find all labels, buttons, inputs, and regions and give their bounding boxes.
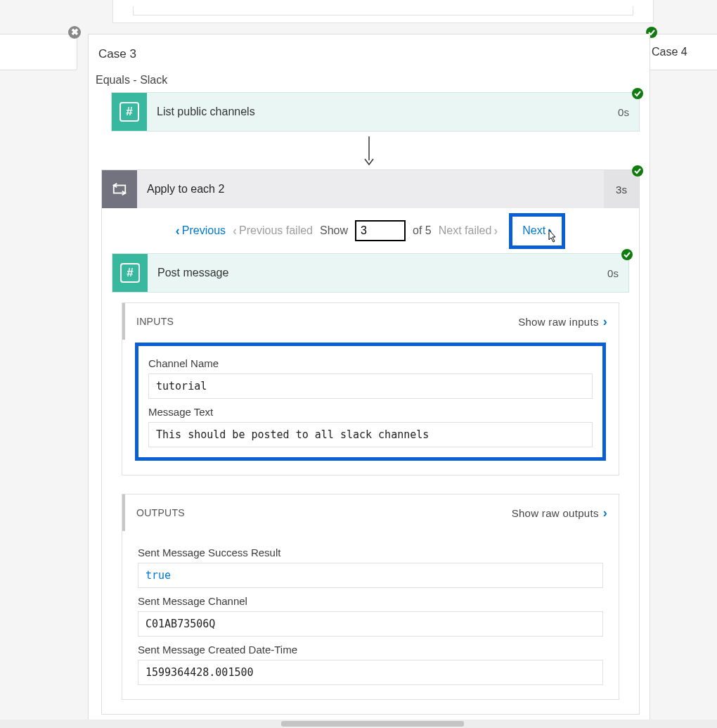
action-post-message[interactable]: # Post message 0s (112, 253, 629, 293)
outputs-section: OUTPUTS Show raw outputs › Sent Message … (122, 494, 619, 700)
previous-case-card-inner (133, 6, 633, 15)
sent-channel-value: C01AB73506Q (138, 611, 603, 637)
outputs-header: OUTPUTS Show raw outputs › (122, 494, 619, 531)
chevron-right-icon: › (603, 506, 607, 521)
sent-channel-label: Sent Message Channel (138, 595, 603, 607)
success-result-value: true (138, 563, 603, 588)
next-button[interactable]: Next › (522, 224, 552, 238)
action-label: Post message (148, 254, 598, 292)
loop-duration: 3s (604, 170, 639, 208)
scrollbar-thumb[interactable] (281, 721, 464, 727)
case-title: Case 3 (89, 47, 650, 70)
show-label: Show (320, 224, 348, 237)
created-time-value: 1599364428.001500 (138, 660, 603, 685)
inputs-section: INPUTS Show raw inputs › Channel Name tu… (122, 302, 619, 475)
raw-outputs-label: Show raw outputs (512, 507, 599, 519)
loop-apply-to-each: Apply to each 2 3s ‹ Previous ‹ Previous… (101, 170, 640, 715)
side-tab-left[interactable] (0, 34, 77, 70)
raw-inputs-label: Show raw inputs (518, 316, 599, 328)
side-tab-right-label: Case 4 (652, 46, 687, 58)
next-failed-label: Next failed (439, 224, 492, 237)
chevron-right-icon: › (603, 314, 607, 329)
previous-failed-button[interactable]: ‹ Previous failed (233, 224, 313, 238)
loop-header[interactable]: Apply to each 2 3s (102, 170, 639, 208)
previous-failed-label: Previous failed (239, 224, 313, 237)
chevron-right-icon: › (548, 224, 552, 238)
chevron-right-icon: › (493, 224, 498, 238)
side-tab-case4[interactable]: Case 4 (640, 34, 717, 70)
success-check-icon (621, 249, 633, 260)
previous-button[interactable]: ‹ Previous (176, 224, 226, 238)
success-check-icon (632, 88, 643, 99)
horizontal-scrollbar[interactable] (0, 720, 717, 728)
message-text-value: This should be posted to all slack chann… (148, 422, 593, 447)
outputs-title: OUTPUTS (136, 507, 185, 518)
iteration-pager: ‹ Previous ‹ Previous failed Show of 5 N… (102, 208, 639, 253)
previous-label: Previous (182, 224, 226, 237)
inputs-header: INPUTS Show raw inputs › (122, 303, 619, 340)
inputs-highlight: Channel Name tutorial Message Text This … (135, 343, 606, 461)
show-raw-inputs-button[interactable]: Show raw inputs › (518, 314, 607, 329)
chevron-left-icon: ‹ (176, 224, 180, 238)
slack-icon: # (112, 93, 147, 131)
action-label: List public channels (147, 93, 608, 131)
slack-icon: # (112, 254, 148, 292)
case-panel: Case 3 Equals - Slack # List public chan… (88, 34, 650, 728)
message-text-label: Message Text (148, 406, 593, 418)
inputs-title: INPUTS (136, 316, 174, 327)
arrow-down-icon (89, 132, 650, 170)
created-time-label: Sent Message Created Date-Time (138, 644, 603, 656)
next-label: Next (522, 224, 545, 237)
loop-label: Apply to each 2 (137, 170, 604, 208)
next-failed-button[interactable]: Next failed › (439, 224, 498, 238)
close-icon[interactable]: ✖ (68, 26, 81, 39)
action-list-public-channels[interactable]: # List public channels 0s (111, 92, 640, 132)
success-result-label: Sent Message Success Result (138, 547, 603, 558)
of-label: of 5 (413, 224, 432, 237)
chevron-left-icon: ‹ (233, 224, 237, 238)
previous-case-card (112, 0, 654, 23)
loop-icon (102, 170, 137, 208)
next-button-highlight: Next › (509, 213, 565, 249)
iteration-input[interactable] (355, 220, 406, 241)
flow-run-canvas: Case 4 ✖ Case 3 Equals - Slack # List pu… (0, 0, 717, 728)
show-raw-outputs-button[interactable]: Show raw outputs › (512, 506, 607, 521)
channel-name-value: tutorial (148, 373, 593, 399)
success-check-icon (632, 165, 643, 177)
case-condition: Equals - Slack (89, 70, 650, 92)
channel-name-label: Channel Name (148, 357, 593, 369)
